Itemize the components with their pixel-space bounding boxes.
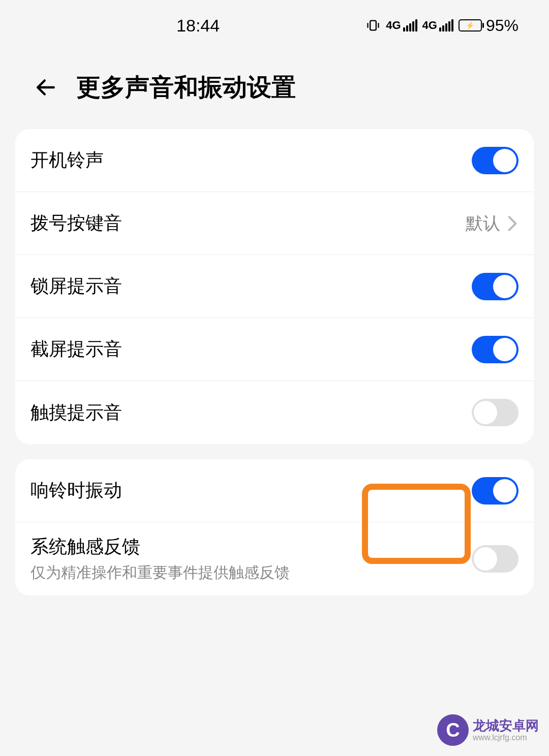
settings-group-2: 响铃时振动 系统触感反馈 仅为精准操作和重要事件提供触感反馈 <box>15 459 534 595</box>
signal-1: 4G <box>386 19 417 32</box>
vibrate-icon <box>365 18 381 33</box>
signal-2: 4G <box>422 19 453 32</box>
watermark-title: 龙城安卓网 <box>473 718 539 733</box>
row-screenshot-sound[interactable]: 截屏提示音 <box>15 318 534 381</box>
toggle-haptic-feedback[interactable] <box>472 545 518 573</box>
row-lockscreen-sound[interactable]: 锁屏提示音 <box>15 255 534 318</box>
row-label: 锁屏提示音 <box>30 274 122 299</box>
row-dial-keytone[interactable]: 拨号按键音 默认 <box>15 192 534 255</box>
watermark: C 龙城安卓网 www.lcjrfg.com <box>437 714 539 746</box>
settings-group-1: 开机铃声 拨号按键音 默认 锁屏提示音 截屏提示音 触摸提示音 <box>15 129 534 444</box>
watermark-url: www.lcjrfg.com <box>473 733 539 742</box>
status-time: 18:44 <box>176 16 220 36</box>
battery: ⚡ 95% <box>459 16 518 35</box>
status-indicators: 4G 4G ⚡ 95% <box>365 16 518 35</box>
battery-icon: ⚡ <box>459 19 482 32</box>
row-sublabel: 仅为精准操作和重要事件提供触感反馈 <box>30 562 290 583</box>
toggle-vibrate-on-ring[interactable] <box>472 477 518 505</box>
row-boot-ringtone[interactable]: 开机铃声 <box>15 129 534 192</box>
toggle-touch-sound[interactable] <box>472 399 518 426</box>
row-label: 响铃时振动 <box>30 478 122 503</box>
row-label: 开机铃声 <box>30 148 104 173</box>
toggle-screenshot-sound[interactable] <box>472 336 518 363</box>
toggle-lockscreen-sound[interactable] <box>472 273 518 300</box>
chevron-right-icon <box>506 217 518 230</box>
row-haptic-feedback[interactable]: 系统触感反馈 仅为精准操作和重要事件提供触感反馈 <box>15 522 534 595</box>
svg-rect-0 <box>370 21 376 30</box>
row-label: 拨号按键音 <box>30 211 122 236</box>
page-header: 更多声音和振动设置 <box>0 51 549 129</box>
row-value: 默认 <box>466 212 500 235</box>
watermark-logo-icon: C <box>437 714 469 746</box>
row-label: 触摸提示音 <box>30 400 122 425</box>
toggle-boot-ringtone[interactable] <box>472 147 518 174</box>
row-vibrate-on-ring[interactable]: 响铃时振动 <box>15 459 534 522</box>
battery-percentage: 95% <box>486 16 518 35</box>
row-touch-sound[interactable]: 触摸提示音 <box>15 381 534 444</box>
back-button[interactable] <box>30 72 61 103</box>
row-label: 截屏提示音 <box>30 337 122 362</box>
row-label: 系统触感反馈 <box>30 534 290 559</box>
status-bar: 18:44 4G 4G ⚡ 95% <box>0 0 549 51</box>
page-title: 更多声音和振动设置 <box>76 71 296 104</box>
